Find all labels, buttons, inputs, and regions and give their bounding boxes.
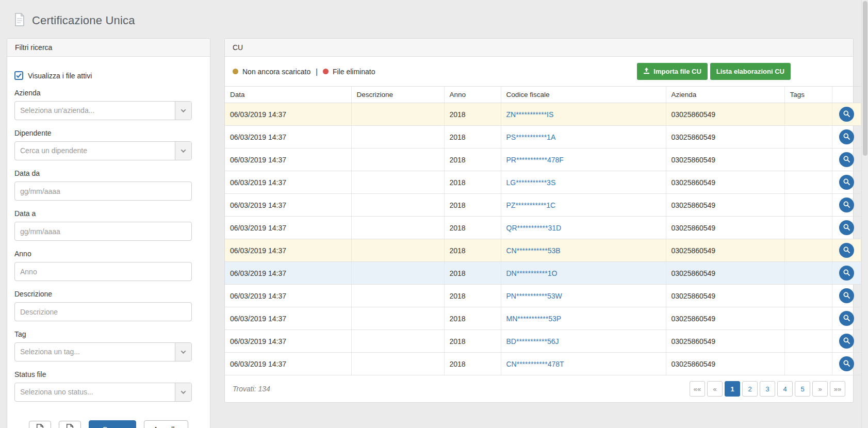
status-file-select[interactable]: Seleziona uno status... xyxy=(14,383,192,402)
table-row: 06/03/2019 14:372018PS***********1A03025… xyxy=(225,126,861,149)
cell-codice-fiscale: CN***********53B xyxy=(501,239,666,262)
azienda-select[interactable]: Seleziona un'azienda... xyxy=(14,101,192,120)
filter-field-azienda: AziendaSeleziona un'azienda... xyxy=(14,89,192,120)
cell-tags xyxy=(784,353,832,375)
cell-tags xyxy=(784,171,832,194)
legend-separator: | xyxy=(316,68,318,76)
search-icon xyxy=(843,201,850,209)
cell-tags xyxy=(784,103,832,126)
active-files-checkbox-row[interactable]: Visualizza i file attivi xyxy=(14,71,203,80)
search-button[interactable]: Cerca xyxy=(89,420,136,428)
pagination-nav-last[interactable]: »» xyxy=(830,381,845,397)
scrollbar-thumb[interactable] xyxy=(863,1,867,156)
codice-fiscale-link[interactable]: CN***********53B xyxy=(506,246,561,255)
legend-dot-non-ancora-scaricato xyxy=(233,69,238,74)
page-title: Certificazione Unica xyxy=(32,14,135,27)
filter-field-data-da: Data da xyxy=(14,169,192,201)
cell-descrizione xyxy=(351,149,444,171)
pagination-page-5[interactable]: 5 xyxy=(795,381,810,397)
codice-fiscale-link[interactable]: PR***********478F xyxy=(506,156,564,164)
cell-azienda: 03025860549 xyxy=(666,126,784,149)
field-label-status-file: Status file xyxy=(14,370,192,378)
codice-fiscale-link[interactable]: ZN***********IS xyxy=(506,110,554,119)
cell-data: 06/03/2019 14:37 xyxy=(225,103,351,126)
export-excel-button[interactable] xyxy=(29,421,51,428)
chevron-down-icon xyxy=(175,102,191,120)
cell-anno: 2018 xyxy=(444,330,501,353)
field-label-azienda: Azienda xyxy=(14,89,192,97)
codice-fiscale-link[interactable]: DN***********1O xyxy=(506,269,558,277)
view-detail-button[interactable] xyxy=(839,288,854,303)
dipendente-select[interactable]: Cerca un dipendente xyxy=(14,141,192,160)
filter-fields: AziendaSeleziona un'azienda...Dipendente… xyxy=(14,89,203,402)
view-detail-button[interactable] xyxy=(839,107,854,122)
search-icon xyxy=(843,224,850,232)
descrizione-input[interactable] xyxy=(14,302,192,321)
cell-codice-fiscale: PZ***********1C xyxy=(501,194,666,217)
cell-descrizione xyxy=(351,262,444,285)
cell-actions xyxy=(832,103,861,126)
codice-fiscale-link[interactable]: LG***********3S xyxy=(506,178,556,187)
search-icon xyxy=(843,133,850,141)
checkbox-checked-icon[interactable] xyxy=(14,71,23,80)
table-row: 06/03/2019 14:372018BD***********56J0302… xyxy=(225,330,861,353)
cell-codice-fiscale: LG***********3S xyxy=(501,171,666,194)
table-row: 06/03/2019 14:372018CN***********53B0302… xyxy=(225,239,861,262)
cell-actions xyxy=(832,126,861,149)
view-detail-button[interactable] xyxy=(839,220,854,235)
view-detail-button[interactable] xyxy=(839,311,854,326)
codice-fiscale-link[interactable]: PZ***********1C xyxy=(506,201,556,209)
pagination-page-1[interactable]: 1 xyxy=(725,381,740,397)
field-label-anno: Anno xyxy=(14,250,192,258)
cell-tags xyxy=(784,149,832,171)
view-detail-button[interactable] xyxy=(839,266,854,281)
data-a-input[interactable] xyxy=(14,222,192,241)
codice-fiscale-link[interactable]: PN***********53W xyxy=(506,292,562,300)
cell-codice-fiscale: ZN***********IS xyxy=(501,103,666,126)
cell-actions xyxy=(832,262,861,285)
cell-azienda: 03025860549 xyxy=(666,307,784,330)
results-panel-header: CU xyxy=(225,39,853,57)
pagination-page-2[interactable]: 2 xyxy=(742,381,758,397)
codice-fiscale-link[interactable]: MN***********53P xyxy=(506,315,562,323)
cell-codice-fiscale: DN***********1O xyxy=(501,262,666,285)
results-panel: CU Non ancora scaricato|File eliminato I… xyxy=(224,38,854,403)
data-da-input[interactable] xyxy=(14,182,192,201)
view-detail-button[interactable] xyxy=(839,243,854,258)
search-icon xyxy=(843,110,850,119)
pagination-page-4[interactable]: 4 xyxy=(777,381,793,397)
pagination-nav-prev[interactable]: « xyxy=(707,381,723,397)
codice-fiscale-link[interactable]: CN***********478T xyxy=(506,360,564,368)
select-placeholder-text: Cerca un dipendente xyxy=(15,142,175,160)
pagination-nav-first[interactable]: «« xyxy=(690,381,705,397)
codice-fiscale-link[interactable]: BD***********56J xyxy=(506,337,559,345)
view-detail-button[interactable] xyxy=(839,175,854,190)
view-detail-button[interactable] xyxy=(839,129,854,144)
codice-fiscale-link[interactable]: PS***********1A xyxy=(506,133,556,141)
cell-tags xyxy=(784,262,832,285)
codice-fiscale-link[interactable]: QR***********31D xyxy=(506,224,562,232)
import-cu-button[interactable]: Importa file CU xyxy=(637,63,707,80)
column-header-descrizione: Descrizione xyxy=(351,87,444,103)
view-detail-button[interactable] xyxy=(839,334,854,349)
pagination-page-3[interactable]: 3 xyxy=(760,381,775,397)
scrollbar[interactable] xyxy=(861,0,868,428)
tag-select[interactable]: Seleziona un tag... xyxy=(14,342,192,361)
cancel-button[interactable]: Annulla xyxy=(144,420,188,428)
pagination-nav-next[interactable]: » xyxy=(812,381,828,397)
view-detail-button[interactable] xyxy=(839,197,854,212)
view-detail-button[interactable] xyxy=(839,152,854,167)
anno-input[interactable] xyxy=(14,262,192,281)
cell-data: 06/03/2019 14:37 xyxy=(225,217,351,239)
cell-actions xyxy=(832,171,861,194)
chevron-down-icon xyxy=(175,142,191,160)
export-pdf-button[interactable] xyxy=(59,421,81,428)
cell-descrizione xyxy=(351,217,444,239)
document-icon xyxy=(14,13,25,28)
cell-descrizione xyxy=(351,330,444,353)
search-icon xyxy=(843,156,850,164)
list-elaborations-button[interactable]: Lista elaborazioni CU xyxy=(710,63,791,80)
column-header-anno: Anno xyxy=(444,87,501,103)
view-detail-button[interactable] xyxy=(839,356,854,371)
field-label-descrizione: Descrizione xyxy=(14,290,192,298)
